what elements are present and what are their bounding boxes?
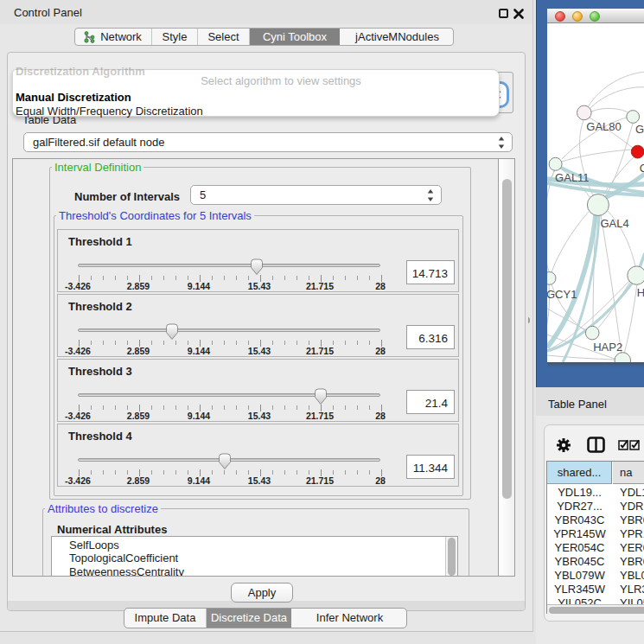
svg-text:H: H xyxy=(637,286,644,299)
svg-text:GAL11: GAL11 xyxy=(555,171,590,184)
svg-text:GAL4: GAL4 xyxy=(601,217,629,230)
svg-text:GAL80: GAL80 xyxy=(586,120,621,133)
svg-text:C: C xyxy=(640,162,644,175)
svg-text:HAP2: HAP2 xyxy=(593,341,622,354)
svg-text:GA: GA xyxy=(635,123,644,136)
svg-text:GCY1: GCY1 xyxy=(547,288,577,301)
